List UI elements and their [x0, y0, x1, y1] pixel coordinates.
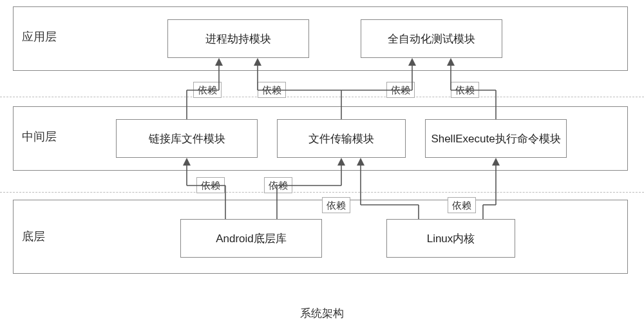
bottom-layer-label: 底层 [22, 229, 45, 244]
separator-1 [0, 97, 644, 97]
android-lib-text: Android底层库 [216, 231, 287, 246]
file-transfer-module-text: 文件传输模块 [308, 131, 374, 146]
dep-label-4: 依赖 [451, 82, 479, 98]
process-hijack-module-box: 进程劫持模块 [167, 19, 309, 58]
dep-label-1: 依赖 [193, 82, 222, 98]
link-lib-module-box: 链接库文件模块 [116, 119, 258, 158]
file-transfer-module-box: 文件传输模块 [277, 119, 406, 158]
shell-execute-module-box: ShellExecute执行命令模块 [425, 119, 567, 158]
linux-kernel-text: Linux内核 [427, 231, 475, 246]
process-hijack-module-text: 进程劫持模块 [205, 32, 271, 46]
app-layer [13, 6, 628, 71]
dep-label-5: 依赖 [196, 177, 225, 193]
app-layer-label: 应用层 [22, 29, 57, 44]
dep-label-6: 依赖 [264, 177, 292, 193]
dep-label-8: 依赖 [448, 197, 476, 213]
shell-execute-module-text: ShellExecute执行命令模块 [431, 131, 560, 146]
link-lib-module-text: 链接库文件模块 [149, 131, 225, 146]
diagram-caption: 系统架构 [0, 306, 644, 321]
auto-test-module-text: 全自动化测试模块 [388, 32, 475, 46]
dep-label-7: 依赖 [322, 197, 350, 213]
linux-kernel-box: Linux内核 [386, 219, 515, 258]
dep-label-2: 依赖 [258, 82, 286, 98]
auto-test-module-box: 全自动化测试模块 [361, 19, 502, 58]
separator-2 [0, 192, 644, 193]
middle-layer-label: 中间层 [22, 129, 57, 144]
android-lib-box: Android底层库 [180, 219, 322, 258]
dep-label-3: 依赖 [386, 82, 415, 98]
